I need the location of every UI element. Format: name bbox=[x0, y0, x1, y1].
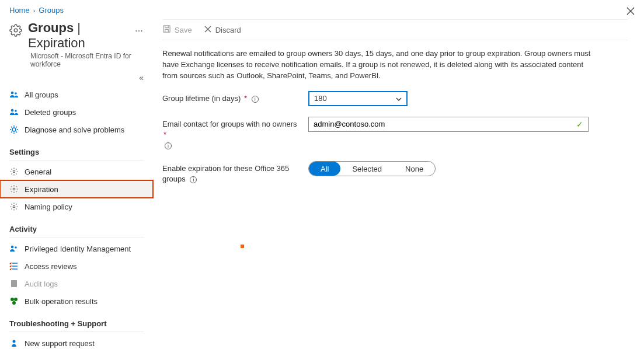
row-email: Email contact for groups with no owners … bbox=[162, 117, 628, 151]
nav-diagnose[interactable]: Diagnose and solve problems bbox=[0, 121, 153, 138]
svg-point-4 bbox=[15, 110, 17, 112]
checklist-icon bbox=[9, 261, 19, 271]
email-input-wrap: ✓ bbox=[308, 117, 589, 132]
page-subtitle: Microsoft - Microsoft Entra ID for workf… bbox=[0, 52, 153, 72]
collapse-sidebar-icon[interactable]: « bbox=[139, 73, 144, 82]
nav-expiration[interactable]: Expiration bbox=[0, 180, 153, 198]
svg-rect-16 bbox=[163, 26, 170, 32]
discard-button[interactable]: Discard bbox=[204, 25, 241, 35]
check-icon: ✓ bbox=[576, 120, 583, 129]
page-title-row: Groups | Expiration ⋯ bbox=[0, 20, 153, 52]
svg-point-12 bbox=[11, 298, 14, 301]
pill-all[interactable]: All bbox=[309, 162, 340, 176]
pill-selected[interactable]: Selected bbox=[340, 162, 394, 176]
nav-naming-policy[interactable]: Naming policy bbox=[0, 198, 153, 215]
save-button[interactable]: Save bbox=[162, 25, 192, 35]
row-lifetime: Group lifetime (in days) * i 180 bbox=[162, 91, 628, 106]
section-settings: Settings bbox=[9, 138, 144, 160]
title-sep: | bbox=[74, 20, 81, 35]
required-asterisk: * bbox=[163, 130, 166, 139]
nav-support: New support request bbox=[0, 334, 153, 349]
svg-point-7 bbox=[13, 188, 15, 190]
nav-all-groups[interactable]: All groups bbox=[0, 86, 153, 103]
log-icon bbox=[9, 279, 19, 288]
info-icon[interactable]: i bbox=[190, 176, 197, 183]
lifetime-value: 180 bbox=[314, 94, 327, 103]
nav-audit-logs: Audit logs bbox=[0, 275, 153, 292]
nav-general[interactable]: General bbox=[0, 163, 153, 180]
discard-icon bbox=[204, 25, 212, 35]
people-icon bbox=[9, 244, 19, 253]
gear-icon bbox=[9, 167, 19, 176]
people-icon bbox=[9, 107, 19, 117]
svg-rect-11 bbox=[11, 280, 17, 287]
chevron-down-icon bbox=[396, 94, 402, 103]
title-prefix: Groups bbox=[28, 20, 74, 35]
email-label: Email contact for groups with no owners … bbox=[162, 117, 302, 151]
svg-point-10 bbox=[15, 246, 17, 249]
svg-point-6 bbox=[13, 170, 15, 173]
svg-point-0 bbox=[14, 29, 18, 32]
lifetime-select[interactable]: 180 bbox=[308, 91, 408, 106]
support-icon bbox=[9, 338, 19, 348]
svg-point-1 bbox=[11, 92, 14, 95]
nav-label: Deleted groups bbox=[25, 108, 76, 117]
people-icon bbox=[9, 90, 19, 99]
lifetime-label: Group lifetime (in days) * i bbox=[162, 91, 302, 104]
svg-point-13 bbox=[14, 298, 18, 301]
nav-label: General bbox=[25, 167, 51, 176]
toolbar: Save Discard bbox=[162, 19, 628, 40]
svg-point-2 bbox=[15, 92, 17, 95]
bulk-icon bbox=[9, 296, 19, 306]
discard-label: Discard bbox=[215, 26, 241, 34]
pill-none[interactable]: None bbox=[394, 162, 435, 176]
nav-label: Bulk operation results bbox=[25, 297, 98, 306]
nav-access-reviews[interactable]: Access reviews bbox=[0, 257, 153, 275]
info-icon[interactable]: i bbox=[252, 96, 259, 103]
nav-label: Diagnose and solve problems bbox=[25, 125, 124, 134]
section-activity: Activity bbox=[9, 215, 144, 238]
diagnose-icon bbox=[9, 125, 19, 134]
close-icon[interactable] bbox=[626, 7, 635, 17]
label-text: Email contact for groups with no owners bbox=[162, 120, 297, 128]
svg-point-3 bbox=[11, 109, 14, 112]
svg-point-14 bbox=[12, 301, 16, 305]
orange-marker bbox=[241, 245, 244, 248]
svg-point-5 bbox=[12, 128, 16, 131]
nav-label: Expiration bbox=[25, 185, 58, 194]
info-icon[interactable]: i bbox=[165, 142, 172, 149]
gear-icon bbox=[9, 202, 19, 211]
enable-pill-group: All Selected None bbox=[308, 161, 436, 176]
svg-point-8 bbox=[13, 205, 15, 208]
nav-pim[interactable]: Privileged Identity Management bbox=[0, 240, 153, 257]
breadcrumb-groups[interactable]: Groups bbox=[39, 6, 64, 15]
nav-new-support-request[interactable]: New support request bbox=[0, 334, 153, 349]
section-support: Troubleshooting + Support bbox=[9, 310, 144, 332]
enable-label: Enable expiration for these Office 365 g… bbox=[162, 161, 302, 184]
title-suffix: Expiration bbox=[28, 36, 85, 50]
nav-primary: All groups Deleted groups Diagnose and s… bbox=[0, 86, 153, 138]
email-field[interactable] bbox=[314, 120, 576, 128]
more-icon[interactable]: ⋯ bbox=[135, 26, 144, 36]
nav-label: New support request bbox=[25, 339, 95, 348]
nav-bulk-results[interactable]: Bulk operation results bbox=[0, 292, 153, 310]
nav-label: Privileged Identity Management bbox=[25, 245, 131, 253]
save-icon bbox=[162, 25, 171, 35]
breadcrumb-home[interactable]: Home bbox=[9, 6, 30, 15]
svg-point-9 bbox=[11, 246, 14, 249]
label-text: Group lifetime (in days) bbox=[162, 94, 241, 103]
required-asterisk: * bbox=[244, 94, 247, 103]
nav-label: Naming policy bbox=[25, 203, 72, 211]
row-enable: Enable expiration for these Office 365 g… bbox=[162, 161, 628, 184]
svg-point-15 bbox=[13, 340, 16, 343]
nav-deleted-groups[interactable]: Deleted groups bbox=[0, 103, 153, 121]
nav-label: Access reviews bbox=[25, 262, 77, 271]
breadcrumb: Home › Groups bbox=[0, 0, 644, 17]
gear-icon bbox=[9, 184, 19, 194]
save-label: Save bbox=[175, 26, 192, 34]
sidebar: Groups | Expiration ⋯ Microsoft - Micros… bbox=[0, 17, 153, 348]
page-title: Groups | Expiration bbox=[28, 20, 124, 51]
gear-icon bbox=[9, 24, 22, 39]
label-text: Enable expiration for these Office 365 g… bbox=[162, 164, 289, 183]
main-content: Save Discard Renewal notifications are e… bbox=[153, 17, 644, 348]
